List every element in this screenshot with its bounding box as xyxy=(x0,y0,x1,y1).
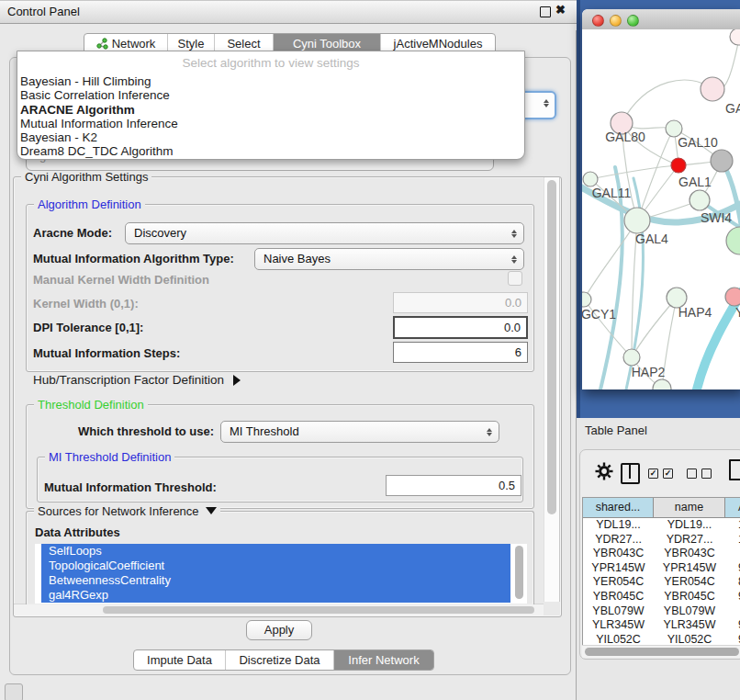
checked-checkbox-icon[interactable]: ✓ xyxy=(648,469,658,479)
network-node-label: GAL4 xyxy=(635,231,668,246)
tab-label: jActiveMNodules xyxy=(394,37,483,51)
minimize-traffic-light[interactable] xyxy=(610,15,622,27)
combobox-value: Naive Bayes xyxy=(263,252,331,265)
group-title: Algorithm Definition xyxy=(34,198,145,211)
table-row[interactable]: YIL052CYIL052C9 xyxy=(583,633,740,646)
dropdown-item[interactable]: Mutual Information Inference xyxy=(17,117,524,130)
network-edge[interactable] xyxy=(584,220,637,299)
scrollbar-thumb[interactable] xyxy=(547,180,556,514)
network-icon xyxy=(96,38,108,50)
dpi-tolerance-input[interactable]: 0.0 xyxy=(393,316,528,339)
network-node[interactable] xyxy=(730,29,740,45)
bottom-tabs: Impute Data Discretize Data Infer Networ… xyxy=(133,649,434,671)
network-edge[interactable] xyxy=(590,165,678,179)
network-node-label: GAL10 xyxy=(678,135,718,150)
settings-vertical-scrollbar[interactable] xyxy=(544,177,560,602)
attribute-item[interactable]: SelfLoops xyxy=(41,544,510,559)
table-body: YDL19...YDL19...13YDR27...YDR27...12YBR0… xyxy=(583,518,740,646)
network-node[interactable] xyxy=(725,288,740,306)
table-cell: 9. xyxy=(725,561,740,576)
table-row[interactable]: YBR045CYBR045C9. xyxy=(583,590,740,604)
scrollbar-thumb[interactable] xyxy=(585,648,739,656)
table-cell: YPR145W xyxy=(654,561,725,576)
network-node[interactable] xyxy=(583,172,598,186)
checked-checkbox-icon[interactable]: ✓ xyxy=(663,469,673,479)
settings-horizontal-scrollbar[interactable] xyxy=(14,604,544,615)
mi-type-combobox[interactable]: Naive Bayes xyxy=(254,248,524,270)
network-node[interactable] xyxy=(623,349,640,366)
table-horizontal-scrollbar[interactable] xyxy=(582,645,740,658)
network-node[interactable] xyxy=(701,77,724,101)
network-node[interactable] xyxy=(711,150,733,172)
network-window-titlebar[interactable] xyxy=(582,9,740,30)
kernel-width-input[interactable]: 0.0 xyxy=(393,292,528,313)
scrollbar-thumb[interactable] xyxy=(103,606,534,614)
tab-impute-data[interactable]: Impute Data xyxy=(134,650,226,670)
split-pane-icon[interactable] xyxy=(621,463,640,484)
kernel-width-label: Kernel Width (0,1): xyxy=(33,297,139,310)
hub-definition-toggle[interactable]: Hub/Transcription Factor Definition xyxy=(33,373,241,387)
tab-infer-network[interactable]: Infer Network xyxy=(334,650,433,670)
dropdown-item[interactable]: Bayesian - Hill Climbing xyxy=(17,74,524,88)
table-row[interactable]: YLR345WYLR345W9. xyxy=(583,618,740,633)
column-header[interactable]: shared... xyxy=(583,498,654,518)
document-icon[interactable] xyxy=(729,459,740,480)
unchecked-checkbox-icon[interactable] xyxy=(701,469,712,479)
panel-dock-icon[interactable] xyxy=(5,683,23,700)
network-node[interactable] xyxy=(624,208,650,233)
zoom-traffic-light[interactable] xyxy=(627,15,639,27)
mi-threshold-input[interactable]: 0.5 xyxy=(386,475,521,496)
group-title: MI Threshold Definition xyxy=(45,450,174,464)
table-row[interactable]: YBL079WYBL079W xyxy=(583,604,740,619)
gear-icon[interactable] xyxy=(595,462,613,480)
close-traffic-light[interactable] xyxy=(592,15,604,27)
float-window-icon[interactable] xyxy=(540,6,551,17)
table-row[interactable]: YBR043CYBR043C xyxy=(583,547,740,561)
mi-steps-input[interactable]: 6 xyxy=(393,342,528,363)
unchecked-checkbox-icon[interactable] xyxy=(687,469,697,479)
attribute-item[interactable]: TopologicalCoefficient xyxy=(41,559,510,573)
chevron-down-icon xyxy=(206,507,217,514)
network-node[interactable] xyxy=(690,190,710,210)
control-panel-title: Control Panel xyxy=(7,5,80,18)
network-node[interactable] xyxy=(726,227,740,254)
column-header[interactable]: name xyxy=(654,498,725,518)
dropdown-item[interactable]: Bayesian - K2 xyxy=(17,130,524,144)
attribute-item[interactable]: gal4RGexp xyxy=(41,588,510,603)
tab-discretize-data[interactable]: Discretize Data xyxy=(226,650,334,670)
algorithm-dropdown-list: Select algorithm to view settings Bayesi… xyxy=(17,51,525,160)
table-row[interactable]: YDL19...YDL19...13 xyxy=(583,518,740,533)
dropdown-item[interactable]: Dream8 DC_TDC Algorithm xyxy=(17,144,524,158)
close-icon[interactable]: ✖ xyxy=(555,6,568,18)
network-edge[interactable] xyxy=(622,80,712,123)
tab-label: Impute Data xyxy=(147,653,212,667)
manual-kernel-checkbox[interactable] xyxy=(508,271,522,286)
tab-label: Cyni Toolbox xyxy=(293,37,361,51)
table-row[interactable]: YDR27...YDR27...12 xyxy=(583,533,740,548)
sources-toggle[interactable]: Sources for Network Inference xyxy=(34,504,220,518)
network-view-window[interactable]: GALGAL80GAL10GAL1GAL11SWI4GAL4GCY1HAP4YH… xyxy=(582,9,740,390)
network-node[interactable] xyxy=(653,379,671,390)
dropdown-item-selected[interactable]: ARACNE Algorithm xyxy=(17,103,524,117)
table-cell: YPR145W xyxy=(583,561,654,576)
network-node-label: Y xyxy=(735,305,740,320)
dpi-tolerance-label: DPI Tolerance [0,1]: xyxy=(33,321,143,334)
apply-button[interactable]: Apply xyxy=(246,620,312,640)
dropdown-item[interactable]: Basic Correlation Inference xyxy=(17,88,524,102)
table-panel-title: Table Panel xyxy=(585,423,647,437)
table-cell: YER054C xyxy=(583,575,654,590)
network-node[interactable] xyxy=(671,158,686,173)
column-header[interactable]: A xyxy=(725,498,740,518)
network-node[interactable] xyxy=(582,292,591,307)
table-cell: YLR345W xyxy=(583,618,654,633)
table-row[interactable]: YER054CYER054C8. xyxy=(583,575,740,590)
aracne-mode-combobox[interactable]: Discovery xyxy=(125,222,524,244)
table-cell: YDR27... xyxy=(583,533,654,548)
which-threshold-combobox[interactable]: MI Threshold xyxy=(220,421,499,443)
tab-label: Discretize Data xyxy=(239,653,320,667)
network-canvas[interactable]: GALGAL80GAL10GAL1GAL11SWI4GAL4GCY1HAP4YH… xyxy=(582,29,740,390)
table-row[interactable]: YPR145WYPR145W9. xyxy=(583,561,740,576)
network-node-label: GCY1 xyxy=(582,307,616,322)
list-scrollbar-thumb[interactable] xyxy=(515,546,523,599)
attribute-item[interactable]: BetweennessCentrality xyxy=(41,573,510,588)
